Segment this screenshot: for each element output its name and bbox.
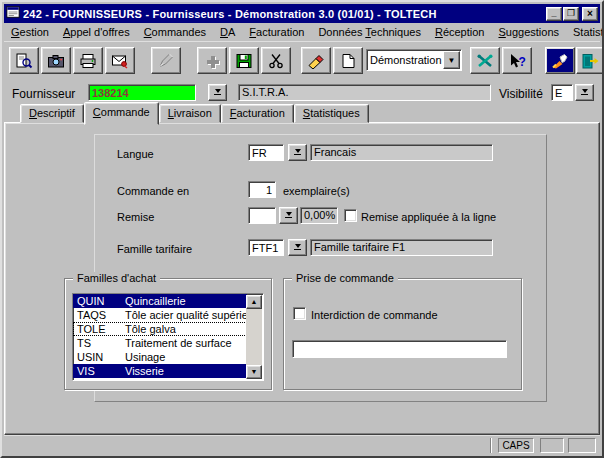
save-icon (235, 53, 253, 69)
mail-icon (111, 53, 129, 69)
environment-combobox[interactable]: Démonstration 3. ▼ (366, 49, 462, 71)
visibilite-input[interactable] (551, 84, 573, 101)
remise-dropdown-button[interactable] (279, 207, 298, 224)
langue-name-field: Francais (310, 144, 493, 161)
menu-commandes[interactable]: Commandes (137, 23, 213, 41)
window-icon (6, 5, 20, 23)
remise-label: Remise (117, 211, 154, 223)
menu-bar: Gestion Appel d'offres Commandes DA Fact… (4, 23, 600, 41)
cut-icon (267, 53, 285, 69)
remise-ligne-checkbox[interactable] (344, 209, 357, 222)
save-button[interactable] (229, 47, 259, 74)
new-doc-button[interactable] (333, 47, 363, 74)
interdiction-commande-checkbox[interactable] (293, 307, 306, 320)
visibilite-dropdown-button[interactable] (575, 84, 594, 101)
list-item-usin[interactable]: USINUsinage (73, 350, 247, 364)
svg-text:?: ? (519, 54, 526, 68)
environment-combobox-value: Démonstration 3. (367, 54, 443, 66)
remise-pct-field: 0,00% (300, 207, 338, 224)
remise-code-input[interactable] (248, 207, 276, 224)
tools-button[interactable] (470, 47, 500, 74)
preview-button[interactable] (9, 47, 39, 74)
famille-tarifaire-code-input[interactable] (248, 239, 284, 256)
remise-ligne-checkbox-label: Remise appliquée à la ligne (361, 211, 496, 223)
menu-suggestions[interactable]: Suggestions (491, 23, 566, 41)
prise-commande-title: Prise de commande (292, 272, 398, 284)
menu-donnees-techniques[interactable]: Données Techniques (311, 23, 428, 41)
famille-tarifaire-label: Famille tarifaire (117, 243, 192, 255)
commande-en-input[interactable] (248, 181, 276, 198)
add-icon (203, 53, 221, 69)
famille-tarifaire-dropdown-button[interactable] (288, 239, 307, 256)
new-doc-icon (339, 53, 357, 69)
validate-button[interactable] (151, 47, 181, 74)
familles-achat-title: Familles d'achat (73, 272, 160, 284)
launch-icon (551, 53, 569, 69)
toolbar: Démonstration 3. ▼ ? (4, 41, 600, 78)
help-button[interactable]: ? (502, 47, 532, 74)
list-item-taqs[interactable]: TAQSTôle acier qualité supérieure (73, 308, 247, 322)
tab-strip: Descriptif Commande Livraison Facturatio… (20, 101, 369, 123)
tab-livraison[interactable]: Livraison (159, 104, 221, 123)
camera-button[interactable] (41, 47, 71, 74)
fournisseur-code-input[interactable] (88, 84, 196, 101)
menu-appel-offres[interactable]: Appel d'offres (56, 23, 137, 41)
famille-tarifaire-name-field: Famille tarifaire F1 (310, 239, 493, 256)
statusbar-panel-2 (540, 438, 564, 453)
scroll-up-icon[interactable]: ▲ (246, 295, 262, 309)
combobox-arrow-icon[interactable]: ▼ (443, 51, 460, 69)
print-button[interactable] (73, 47, 103, 74)
visibilite-label: Visibilité (499, 87, 543, 101)
interdiction-commande-label: Interdiction de commande (311, 309, 438, 321)
validate-icon (157, 53, 175, 69)
tab-descriptif[interactable]: Descriptif (20, 104, 84, 123)
tools-icon (476, 53, 494, 69)
langue-code-input[interactable] (248, 144, 284, 161)
mail-button[interactable] (105, 47, 135, 74)
erase-icon (307, 53, 325, 69)
langue-label: Langue (117, 148, 154, 160)
exit-button[interactable] (576, 47, 604, 74)
close-button[interactable]: × (582, 7, 598, 21)
app-window: 242 - FOURNISSEURS - Fournisseurs - Démo… (0, 0, 604, 458)
list-item-quin[interactable]: QUINQuincaillerie (73, 294, 247, 308)
maximize-button[interactable]: ❐ (563, 7, 579, 21)
menu-da[interactable]: DA (213, 23, 242, 41)
list-item-ts[interactable]: TSTraitement de surface (73, 336, 247, 350)
fournisseur-dropdown-button[interactable] (208, 84, 227, 101)
scroll-down-icon[interactable]: ▼ (246, 365, 262, 379)
cut-button[interactable] (261, 47, 291, 74)
fournisseur-label: Fournisseur (12, 87, 75, 101)
menu-reception[interactable]: Réception (428, 23, 492, 41)
caps-indicator: CAPS (498, 438, 534, 453)
listbox-scrollbar[interactable]: ▲ ▼ (246, 295, 262, 379)
print-icon (79, 53, 97, 69)
exit-icon (581, 53, 599, 69)
title-bar: 242 - FOURNISSEURS - Fournisseurs - Démo… (4, 4, 600, 23)
exemplaires-label: exemplaire(s) (283, 185, 350, 197)
statusbar-separator (490, 438, 492, 453)
camera-icon (47, 53, 65, 69)
minimize-button[interactable]: _ (546, 7, 562, 21)
langue-dropdown-button[interactable] (288, 144, 307, 161)
menu-statistiques[interactable]: Statistiques (566, 23, 604, 41)
window-title: 242 - FOURNISSEURS - Fournisseurs - Démo… (23, 8, 545, 20)
erase-button[interactable] (301, 47, 331, 74)
help-icon: ? (508, 53, 526, 69)
fournisseur-name-field: S.I.T.R.A. (238, 84, 491, 101)
prise-commande-groupbox: Prise de commande (283, 278, 522, 390)
list-item-tole[interactable]: TOLETôle galva (73, 322, 247, 336)
tab-facturation[interactable]: Facturation (221, 104, 294, 123)
preview-icon (15, 53, 33, 69)
familles-achat-listbox: QUINQuincaillerie TAQSTôle acier qualité… (72, 293, 264, 381)
menu-gestion[interactable]: Gestion (4, 23, 56, 41)
tab-statistiques[interactable]: Statistiques (294, 104, 369, 123)
list-item-vis[interactable]: VISVisserie (73, 364, 247, 378)
add-button[interactable] (197, 47, 227, 74)
tab-commande[interactable]: Commande (84, 102, 159, 125)
menu-facturation[interactable]: Facturation (242, 23, 311, 41)
prise-commande-input[interactable] (292, 340, 507, 358)
status-bar: CAPS (4, 435, 600, 454)
launch-button[interactable] (545, 47, 575, 74)
statusbar-panel-3 (568, 438, 596, 453)
